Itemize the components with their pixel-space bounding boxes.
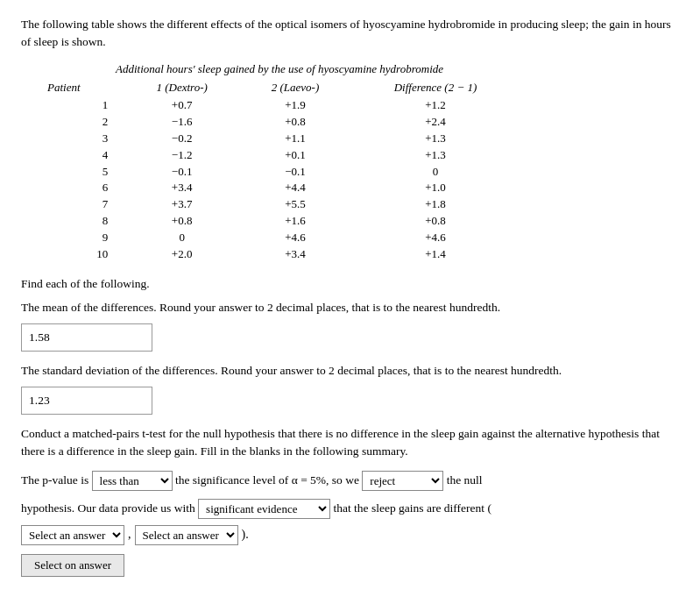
table-row: 5−0.1−0.10 — [39, 164, 520, 181]
data-cell-8-2: +4.6 — [240, 230, 350, 246]
conduct-text: Conduct a matched-pairs t-test for the n… — [21, 425, 679, 461]
data-cell-3-3: +1.3 — [350, 147, 520, 164]
table-row: 6+3.4+4.4+1.0 — [39, 180, 520, 196]
data-cell-0-3: +1.2 — [350, 97, 520, 114]
col-header-laevo: 2 (Laevo-) — [240, 79, 350, 97]
pvalue-select2[interactable]: reject fail to reject — [362, 471, 443, 491]
data-cell-1-2: +0.8 — [240, 114, 350, 131]
data-cell-8-1: 0 — [124, 230, 240, 246]
data-cell-5-1: +3.4 — [124, 180, 240, 196]
patient-cell: 8 — [39, 213, 124, 230]
data-cell-3-1: −1.2 — [124, 147, 240, 164]
data-cell-0-1: +0.7 — [124, 97, 240, 114]
data-cell-7-1: +0.8 — [124, 213, 240, 230]
hypothesis-select3[interactable]: significant evidence no significant evid… — [198, 499, 330, 519]
patient-cell: 2 — [39, 114, 124, 131]
table-row: 90+4.6+4.6 — [39, 230, 520, 246]
data-cell-9-2: +3.4 — [240, 246, 350, 263]
table-row: 7+3.7+5.5+1.8 — [39, 196, 520, 213]
hypothesis-suffix: that the sleep gains are different ( — [333, 501, 491, 515]
data-cell-6-3: +1.8 — [350, 196, 520, 213]
bottom-select4[interactable]: Select an answer — [21, 525, 124, 545]
table-row: 4−1.2+0.1+1.3 — [39, 147, 520, 164]
data-cell-4-3: 0 — [350, 164, 520, 181]
section-label: Find each of the following. — [21, 275, 679, 293]
data-cell-6-1: +3.7 — [124, 196, 240, 213]
select-on-answer-button[interactable]: Select on answer — [21, 554, 124, 577]
patient-cell: 10 — [39, 246, 124, 263]
data-cell-4-2: −0.1 — [240, 164, 350, 181]
table-row: 1+0.7+1.9+1.2 — [39, 97, 520, 114]
data-cell-6-2: +5.5 — [240, 196, 350, 213]
data-cell-9-1: +2.0 — [124, 246, 240, 263]
data-cell-4-1: −0.1 — [124, 164, 240, 181]
col-header-dextro: 1 (Dextro-) — [124, 79, 240, 97]
hypothesis-line: hypothesis. Our data provide us with sig… — [21, 496, 679, 520]
hypothesis-prefix: hypothesis. Our data provide us with — [21, 501, 195, 515]
q1-answer: 1.58 — [21, 323, 152, 352]
patient-cell: 7 — [39, 196, 124, 213]
table-row: 8+0.8+1.6+0.8 — [39, 213, 520, 230]
close-paren: ). — [242, 526, 249, 544]
data-cell-7-2: +1.6 — [240, 213, 350, 230]
patient-cell: 1 — [39, 97, 124, 114]
patient-cell: 4 — [39, 147, 124, 164]
pvalue-select1[interactable]: less than greater than equal to — [92, 471, 173, 491]
data-cell-2-1: −0.2 — [124, 131, 240, 147]
pvalue-line: The p-value is less than greater than eq… — [21, 467, 679, 492]
comma-sep: , — [128, 526, 131, 544]
intro-text: The following table shows the different … — [21, 16, 679, 52]
data-cell-8-3: +4.6 — [350, 230, 520, 246]
table-row: 2−1.6+0.8+2.4 — [39, 114, 520, 131]
table-row: 3−0.2+1.1+1.3 — [39, 131, 520, 147]
pvalue-prefix: The p-value is — [21, 474, 88, 487]
q2-answer: 1.23 — [21, 387, 152, 415]
patient-cell: 5 — [39, 164, 124, 181]
table-row: 10+2.0+3.4+1.4 — [39, 246, 520, 263]
q1-text: The mean of the differences. Round your … — [21, 299, 679, 316]
data-cell-9-3: +1.4 — [350, 246, 520, 263]
col-header-patient: Patient — [39, 79, 124, 97]
pvalue-suffix: the null — [447, 474, 483, 487]
data-cell-7-3: +0.8 — [350, 213, 520, 230]
patient-cell: 3 — [39, 131, 124, 147]
data-cell-3-2: +0.1 — [240, 147, 350, 164]
q2-text: The standard deviation of the difference… — [21, 362, 679, 380]
data-table-container: Additional hours' sleep gained by the us… — [21, 60, 679, 263]
table-subtitle: Additional hours' sleep gained by the us… — [39, 60, 520, 80]
data-cell-5-2: +4.4 — [240, 180, 350, 196]
data-cell-2-3: +1.3 — [350, 131, 520, 147]
data-cell-1-1: −1.6 — [124, 114, 240, 131]
patient-cell: 9 — [39, 230, 124, 246]
col-header-difference: Difference (2 − 1) — [350, 79, 520, 97]
data-cell-0-2: +1.9 — [240, 97, 350, 114]
patient-cell: 6 — [39, 180, 124, 196]
bottom-select5[interactable]: Select an answer — [135, 525, 238, 545]
data-cell-2-2: +1.1 — [240, 131, 350, 147]
sleep-data-table: Additional hours' sleep gained by the us… — [39, 60, 520, 263]
data-cell-5-3: +1.0 — [350, 180, 520, 196]
data-cell-1-3: +2.4 — [350, 114, 520, 131]
bottom-select-row: Select an answer , Select an answer ). — [21, 525, 679, 545]
pvalue-middle: the significance level of α = 5%, so we — [175, 474, 359, 487]
